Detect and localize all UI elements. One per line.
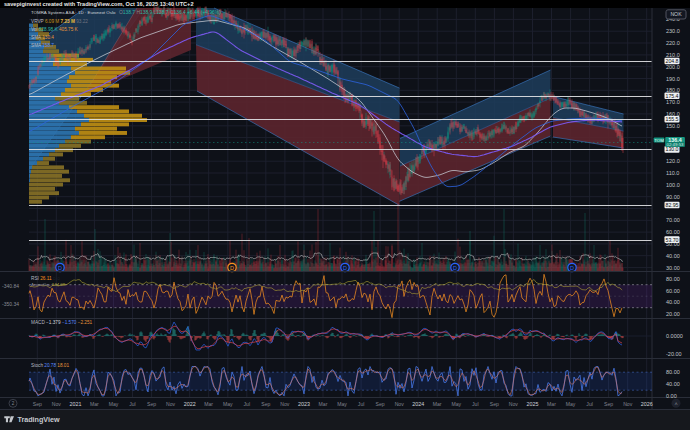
svg-text:May: May (451, 401, 461, 407)
svg-text:30.00: 30.00 (666, 265, 680, 271)
svg-text:204.8: 204.8 (666, 58, 679, 64)
svg-text:May: May (566, 401, 576, 407)
svg-text:53.70: 53.70 (666, 237, 679, 243)
svg-text:Nov: Nov (166, 401, 176, 407)
svg-text:2: 2 (12, 401, 15, 406)
svg-text:Sep: Sep (604, 401, 613, 407)
svg-text:RSI 26.11 ◌ ◌: RSI 26.11 ◌ ◌ (31, 276, 60, 281)
svg-text:170.0: 170.0 (666, 99, 680, 105)
svg-text:Jul: Jul (586, 401, 593, 407)
svg-text:VRVP 6.09 M 7.23 M 93.22: VRVP 6.09 M 7.23 M 93.22 (31, 19, 88, 24)
svg-text:Nov: Nov (509, 401, 519, 407)
svg-text:Nov: Nov (52, 401, 62, 407)
svg-text:Nov: Nov (280, 401, 290, 407)
svg-text:220.0: 220.0 (666, 40, 680, 46)
svg-text:60.00: 60.00 (666, 229, 680, 235)
svg-text:Sep: Sep (261, 401, 270, 407)
svg-text:Sep: Sep (33, 401, 42, 407)
svg-text:Sep: Sep (147, 401, 156, 407)
svg-text:70.00: 70.00 (666, 217, 680, 223)
svg-text:02:49:53: 02:49:53 (666, 142, 684, 147)
svg-text:Nov: Nov (395, 401, 405, 407)
svg-text:2025: 2025 (527, 401, 539, 407)
svg-text:40.00: 40.00 (666, 253, 680, 259)
svg-text:TOM: TOM (654, 138, 664, 143)
svg-text:May: May (223, 401, 233, 407)
svg-text:-340.84: -340.84 (2, 283, 19, 289)
svg-text:2021: 2021 (69, 401, 81, 407)
svg-text:175.4: 175.4 (666, 93, 679, 99)
svg-text:Mar: Mar (90, 401, 99, 407)
svg-text:Sep: Sep (490, 401, 499, 407)
svg-text:Mar: Mar (433, 401, 442, 407)
svg-text:D: D (230, 265, 234, 271)
svg-text:2023: 2023 (298, 401, 310, 407)
svg-text:O138.7 H138.9 L128.7 C136.4 +6: O138.7 H138.9 L128.7 C136.4 +6.44 (+4.96… (119, 10, 221, 15)
svg-text:AroonOsc 144.08 ∙: AroonOsc 144.08 ∙ (31, 282, 68, 287)
svg-text:May: May (109, 401, 119, 407)
svg-text:120.0: 120.0 (666, 158, 680, 164)
svg-text:SMA 130.4: SMA 130.4 (31, 35, 54, 40)
svg-text:90.00: 90.00 (666, 194, 680, 200)
svg-text:Jul: Jul (472, 401, 479, 407)
svg-text:150.0: 150.0 (666, 123, 680, 129)
svg-text:Jul: Jul (358, 401, 365, 407)
svg-text:TOMRA Systems ASA · 1D · Euron: TOMRA Systems ASA · 1D · Euronext Oslo (31, 10, 116, 15)
svg-text:Mar: Mar (319, 401, 328, 407)
svg-text:Stoch 20.78 18.01: Stoch 20.78 18.01 (31, 363, 69, 368)
svg-text:TradingView: TradingView (17, 415, 60, 424)
svg-text:SMA 158.7: SMA 158.7 (31, 43, 54, 48)
svg-text:100.0: 100.0 (666, 182, 680, 188)
svg-text:2026: 2026 (641, 401, 653, 407)
svg-text:2024: 2024 (412, 401, 424, 407)
svg-text:MACD −1.379 −1.570 −2.251: MACD −1.379 −1.570 −2.251 (31, 320, 93, 325)
svg-text:190.0: 190.0 (666, 76, 680, 82)
svg-text:-350.34: -350.34 (2, 301, 19, 307)
svg-text:200.0: 200.0 (666, 64, 680, 70)
svg-text:82.95: 82.95 (666, 202, 679, 208)
svg-text:May: May (337, 401, 347, 407)
svg-text:230.0: 230.0 (666, 28, 680, 34)
svg-text:D: D (58, 265, 62, 271)
svg-text:Jul: Jul (244, 401, 251, 407)
svg-text:155.5: 155.5 (666, 116, 679, 122)
svg-text:Jul: Jul (129, 401, 136, 407)
svg-text:Vol 828.98 K 405.75 K: Vol 828.98 K 405.75 K (31, 27, 79, 32)
svg-text:Sep: Sep (376, 401, 385, 407)
svg-text:Nov: Nov (623, 401, 633, 407)
svg-text:Mar: Mar (547, 401, 556, 407)
svg-text:NOK: NOK (670, 11, 682, 17)
svg-text:D: D (453, 265, 457, 271)
svg-text:savepiginvest created with Tra: savepiginvest created with TradingView.c… (4, 1, 194, 7)
svg-text:D: D (570, 265, 574, 271)
svg-text:D: D (343, 265, 347, 271)
svg-text:˄: ˄ (674, 401, 677, 407)
svg-text:110.0: 110.0 (666, 170, 679, 176)
svg-text:Mar: Mar (204, 401, 213, 407)
svg-text:2022: 2022 (184, 401, 196, 407)
